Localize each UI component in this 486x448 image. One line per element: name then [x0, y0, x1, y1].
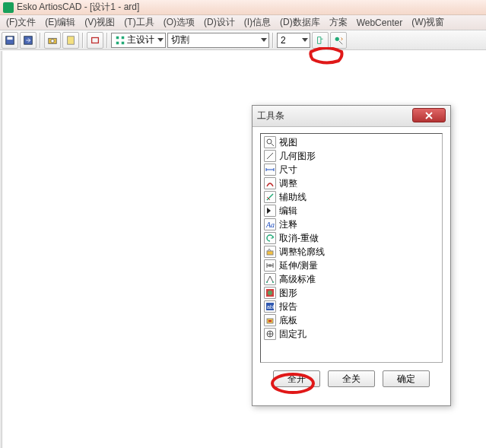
list-item-label: 报告	[279, 300, 297, 313]
list-item[interactable]: 视图	[262, 135, 440, 149]
geometry-icon	[264, 150, 276, 162]
svg-rect-14	[267, 251, 273, 255]
svg-point-11	[335, 37, 339, 40]
list-item[interactable]: 固定孔	[262, 327, 440, 341]
button-label: 全关	[342, 373, 361, 386]
svg-rect-10	[122, 41, 125, 44]
menu-options[interactable]: (O)选项	[159, 16, 199, 29]
list-item[interactable]: 底板	[262, 313, 440, 327]
toolbars-dialog: 工具条 视图 几何图形 尺寸 调整 辅助线	[252, 105, 451, 406]
list-item-label: 延伸/测量	[279, 259, 318, 272]
annotation-mark	[269, 371, 316, 396]
list-item[interactable]: Aa 注释	[262, 218, 440, 231]
menu-window[interactable]: (W)视窗	[407, 16, 449, 29]
ok-button[interactable]: 确定	[383, 370, 430, 387]
menu-info[interactable]: (I)信息	[240, 16, 275, 29]
list-item[interactable]: 辅助线	[262, 190, 440, 204]
close-icon	[425, 112, 433, 119]
list-item[interactable]: 图形	[262, 286, 440, 300]
list-item-label: 尺寸	[279, 164, 297, 176]
svg-text:Aa: Aa	[265, 221, 275, 229]
annotation-icon: Aa	[264, 218, 276, 230]
menu-database[interactable]: (D)数据库	[275, 16, 325, 29]
guideline-icon	[264, 191, 276, 203]
line-type-combo[interactable]: 切割	[167, 33, 269, 48]
camera-button[interactable]	[44, 32, 61, 49]
list-item[interactable]: abl 报告	[262, 300, 440, 313]
list-item-label: 编辑	[279, 205, 297, 218]
svg-point-4	[51, 39, 54, 42]
list-item[interactable]: 延伸/测量	[262, 259, 440, 272]
menu-file[interactable]: (F)文件	[2, 16, 40, 29]
extend-measure-icon	[264, 259, 276, 272]
menu-scheme[interactable]: 方案	[325, 16, 352, 29]
close-all-button[interactable]: 全关	[328, 370, 375, 387]
menu-view[interactable]: (V)视图	[80, 16, 119, 29]
list-item[interactable]: 尺寸	[262, 163, 440, 176]
list-item-label: 辅助线	[279, 191, 307, 204]
svg-point-18	[268, 291, 272, 295]
close-button[interactable]	[412, 108, 446, 122]
list-item-label: 视图	[279, 136, 297, 149]
window-title: Esko ArtiosCAD - [设计1 - ard]	[17, 1, 139, 14]
svg-rect-8	[122, 36, 125, 39]
baseboard-icon	[264, 314, 276, 326]
misc-button-1[interactable]	[312, 32, 329, 49]
graphics-icon	[264, 287, 276, 299]
main-design-combo[interactable]: 主设计	[111, 33, 166, 48]
dialog-title: 工具条	[257, 110, 284, 122]
dialog-titlebar[interactable]: 工具条	[253, 106, 450, 127]
list-item[interactable]: 调整轮廓线	[262, 245, 440, 259]
adjust-icon	[264, 177, 276, 189]
app-icon	[3, 2, 14, 13]
list-item[interactable]: 取消-重做	[262, 231, 440, 245]
chevron-down-icon	[157, 38, 164, 42]
menu-edit[interactable]: (E)编辑	[40, 16, 80, 29]
hole-icon	[264, 328, 276, 340]
chevron-down-icon	[302, 38, 308, 42]
list-item-label: 固定孔	[279, 328, 307, 341]
annotation-mark	[308, 47, 345, 65]
menubar: (F)文件 (E)编辑 (V)视图 (T)工具 (O)选项 (D)设计 (I)信…	[0, 15, 486, 30]
save-button[interactable]	[2, 32, 18, 49]
list-item-label: 图形	[279, 287, 297, 300]
svg-rect-5	[68, 36, 75, 44]
window-titlebar: Esko ArtiosCAD - [设计1 - ard]	[0, 0, 486, 15]
canvas-edge	[0, 51, 2, 448]
list-item-label: 底板	[279, 314, 297, 327]
line-type-value: 切割	[171, 33, 258, 46]
grid-icon	[115, 35, 125, 46]
adjust-outline-icon	[264, 246, 276, 258]
menu-tools[interactable]: (T)工具	[119, 16, 158, 29]
toolbar-separator	[82, 33, 84, 48]
toolbars-listbox[interactable]: 视图 几何图形 尺寸 调整 辅助线 编辑 Aa	[260, 133, 443, 363]
toolbar-separator	[272, 33, 274, 48]
misc-button-2[interactable]	[330, 32, 347, 49]
report-icon: abl	[264, 300, 276, 313]
list-item-label: 取消-重做	[279, 232, 319, 245]
dialog-body: 视图 几何图形 尺寸 调整 辅助线 编辑 Aa	[253, 127, 450, 393]
edit-icon	[264, 205, 276, 217]
export-button[interactable]	[20, 32, 37, 49]
svg-rect-1	[8, 37, 13, 40]
list-item[interactable]: 高级标准	[262, 272, 440, 286]
svg-rect-7	[116, 36, 119, 39]
advanced-icon	[264, 273, 276, 285]
list-item[interactable]: 编辑	[262, 204, 440, 218]
menu-webcenter[interactable]: WebCenter	[352, 17, 407, 28]
count-combo[interactable]: 2	[277, 33, 310, 48]
list-item[interactable]: 调整	[262, 176, 440, 190]
list-item-label: 调整	[279, 177, 297, 190]
rectangle-button[interactable]	[87, 32, 103, 49]
list-item-label: 高级标准	[279, 273, 316, 286]
list-item[interactable]: 几何图形	[262, 149, 440, 163]
chevron-down-icon	[261, 38, 267, 42]
dimension-icon	[264, 164, 276, 176]
menu-design[interactable]: (D)设计	[199, 16, 240, 29]
svg-rect-6	[92, 37, 99, 43]
list-item-label: 几何图形	[279, 150, 316, 163]
svg-point-24	[272, 374, 313, 392]
document-button[interactable]	[62, 32, 79, 49]
undo-redo-icon	[264, 232, 276, 244]
svg-rect-22	[268, 320, 272, 322]
